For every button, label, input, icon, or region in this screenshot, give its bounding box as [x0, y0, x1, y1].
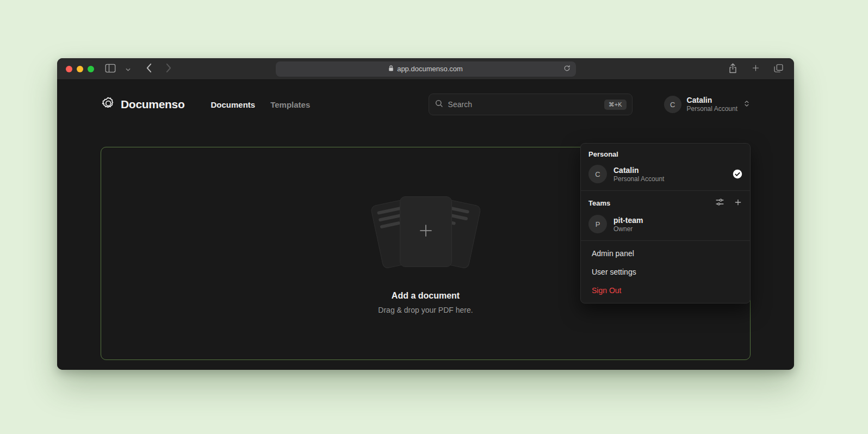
menu-item-admin-panel[interactable]: Admin panel: [581, 244, 750, 263]
sidebar-toggle-button[interactable]: [104, 63, 117, 76]
personal-account-name: Catalin: [613, 165, 664, 175]
main-nav: Documents Templates: [211, 100, 311, 109]
logo-seal-icon: [101, 96, 115, 113]
avatar: C: [588, 165, 607, 183]
dropdown-item-team[interactable]: P pit-team Owner: [581, 212, 750, 240]
forward-button[interactable]: [165, 62, 173, 76]
new-tab-button[interactable]: [751, 63, 761, 75]
sidebar-icon: [105, 64, 116, 75]
teams-actions: [715, 197, 742, 208]
browser-window: app.documenso.com: [57, 58, 794, 370]
account-name: Catalin: [687, 96, 737, 106]
browser-titlebar: app.documenso.com: [57, 58, 794, 80]
plus-icon: [418, 222, 434, 241]
url-text: app.documenso.com: [397, 65, 463, 73]
dropdown-section-teams: Teams: [581, 191, 750, 212]
chevron-right-icon: [166, 63, 172, 75]
manage-teams-button[interactable]: [715, 197, 724, 208]
sliders-icon: [715, 197, 724, 208]
refresh-button[interactable]: [562, 64, 572, 75]
search-box[interactable]: ⌘+K: [429, 94, 633, 115]
share-icon: [728, 63, 737, 75]
dropdown-menu-items: Admin panel User settings Sign Out: [581, 241, 750, 303]
brand-name: Documenso: [121, 98, 185, 111]
app-header: Documenso Documents Templates ⌘+K C Cata…: [101, 80, 751, 129]
account-dropdown-menu: Personal C Catalin Personal Account Team…: [580, 143, 751, 303]
chevron-down-icon: [126, 65, 131, 73]
dropzone-subtitle: Drag & drop your PDF here.: [378, 306, 473, 314]
dropdown-item-personal-account[interactable]: C Catalin Personal Account: [581, 162, 750, 190]
menu-item-sign-out[interactable]: Sign Out: [581, 281, 750, 300]
personal-account-text: Catalin Personal Account: [613, 165, 664, 183]
cards-illustration: [368, 193, 484, 272]
dropzone-title: Add a document: [392, 291, 460, 301]
personal-account-type: Personal Account: [613, 175, 664, 183]
check-circle-icon: [733, 169, 742, 179]
plus-icon: [734, 198, 742, 208]
team-name: pit-team: [613, 215, 643, 225]
address-bar[interactable]: app.documenso.com: [276, 61, 576, 77]
create-team-button[interactable]: [734, 198, 742, 208]
nav-item-templates[interactable]: Templates: [270, 100, 310, 109]
account-text: Catalin Personal Account: [687, 96, 737, 114]
sidebar-chevron-button[interactable]: [125, 64, 132, 74]
zoom-window-button[interactable]: [88, 66, 94, 72]
share-button[interactable]: [727, 61, 739, 76]
tab-overview-button[interactable]: [773, 63, 784, 75]
team-text: pit-team Owner: [613, 215, 643, 233]
nav-item-documents[interactable]: Documents: [211, 100, 256, 109]
search-shortcut-badge: ⌘+K: [604, 100, 627, 110]
avatar: P: [588, 215, 607, 233]
close-window-button[interactable]: [66, 66, 72, 72]
search-icon: [435, 99, 443, 110]
account-menu-button[interactable]: C Catalin Personal Account: [664, 96, 751, 114]
search-input[interactable]: [448, 100, 599, 109]
back-button[interactable]: [145, 62, 153, 76]
card-front: [400, 196, 452, 267]
card-line: [380, 221, 400, 228]
chevron-left-icon: [146, 63, 152, 75]
brand-logo[interactable]: Documenso: [101, 96, 185, 113]
account-type: Personal Account: [687, 105, 737, 113]
tabs-icon: [774, 64, 783, 74]
avatar: C: [664, 96, 681, 113]
window-controls: [66, 66, 94, 72]
dropdown-section-personal-label: Personal: [581, 144, 750, 162]
menu-item-user-settings[interactable]: User settings: [581, 263, 750, 281]
toolbar-right-group: [727, 61, 784, 76]
plus-icon: [752, 64, 760, 74]
toolbar-left-group: [104, 62, 173, 76]
team-role: Owner: [613, 225, 643, 233]
dropdown-section-teams-label: Teams: [588, 199, 610, 207]
minimize-window-button[interactable]: [77, 66, 83, 72]
refresh-icon: [563, 65, 571, 73]
lock-icon: [388, 65, 394, 73]
chevrons-up-down-icon: [743, 100, 751, 110]
app-content: Documenso Documents Templates ⌘+K C Cata…: [57, 80, 794, 370]
